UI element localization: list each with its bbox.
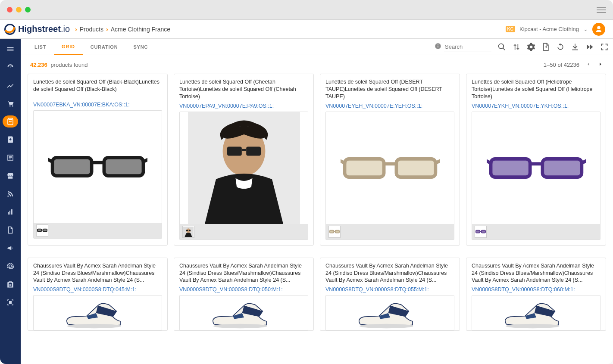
product-image[interactable] [34,296,162,330]
menu-icon[interactable] [597,7,606,13]
prev-page-button[interactable] [585,61,591,68]
thumbnail-strip [180,224,308,240]
thumbnail-strip [472,224,600,240]
sidebar-item-dashboard[interactable] [4,61,16,73]
breadcrumb: › Products › Acme Clothing France [75,26,170,33]
product-card[interactable]: Chaussures Vault By Acmex Sarah Andelman… [28,258,168,331]
svg-rect-5 [104,158,143,176]
product-image-frame [33,110,162,239]
minimize-window-button[interactable] [16,7,22,12]
pager: 1–50 of 42236 [544,61,604,68]
thumbnail[interactable] [36,224,48,236]
product-card[interactable]: Lunettes de soleil Squared Off (Black-Bl… [28,74,168,246]
tab-bar: LIST GRID CURATION SYNC [21,39,613,55]
tab-curation[interactable]: CURATION [83,39,126,55]
svg-rect-2 [438,46,438,48]
refresh-icon[interactable] [556,43,565,51]
avatar[interactable] [592,23,605,36]
product-image[interactable] [180,112,308,224]
product-card[interactable]: Lunettes de soleil Squared Off (Heliotro… [466,74,606,246]
search-icon[interactable] [497,43,506,51]
download-icon[interactable] [571,43,579,51]
product-card[interactable]: Chaussures Vault By Acmex Sarah Andelman… [466,258,606,331]
product-image-frame [325,295,454,330]
app-window: Highstreet.io › Products › Acme Clothing… [0,0,613,364]
product-image[interactable] [472,296,600,330]
sidebar-item-cart[interactable] [4,97,16,109]
product-sku: VN0000S8DTQ_VN:0000S8:DTQ:055:M:1: [325,286,454,292]
org-name[interactable]: Kipcast - Acme Clothing [519,26,579,32]
thumbnail[interactable] [182,226,194,238]
product-title: Chaussures Vault By Acmex Sarah Andelman… [179,262,308,284]
sidebar-item-analytics[interactable] [4,79,16,91]
info-icon[interactable] [435,43,441,51]
product-sku: VN00007EYEH_VN:00007E:YEH:OS::1: [325,103,454,109]
product-image[interactable] [326,296,454,330]
product-card[interactable]: Chaussures Vault By Acmex Sarah Andelman… [174,258,314,331]
svg-point-34 [505,324,559,328]
next-page-button[interactable] [597,61,604,68]
logo[interactable]: Highstreet.io [4,24,70,35]
maximize-window-button[interactable] [25,7,31,12]
search-input[interactable] [444,42,491,52]
svg-rect-9 [41,230,43,230]
product-image-frame [179,295,308,330]
product-title: Lunettes de soleil Squared Off (Cheetah … [179,78,308,100]
product-image[interactable] [34,111,162,223]
svg-rect-4 [52,158,91,176]
sidebar-item-store[interactable] [4,170,16,182]
chevron-down-icon[interactable]: ⌄ [583,26,588,32]
sidebar-item-scan[interactable] [4,296,16,308]
thumbnail[interactable] [328,226,341,238]
breadcrumb-current: Acme Clothing France [111,26,171,33]
sidebar-item-feed[interactable] [4,188,16,200]
fullscreen-icon[interactable] [600,43,609,51]
product-sku: VN0000S8DTQ_VN:0000S8:DTQ:045:M:1: [33,286,162,292]
product-title: Lunettes de soleil Squared Off (Heliotro… [472,78,600,100]
product-image[interactable] [472,112,600,224]
svg-rect-3 [438,44,438,45]
svg-rect-19 [344,159,384,177]
product-card[interactable]: Chaussures Vault By Acmex Sarah Andelman… [320,258,460,331]
product-image[interactable] [180,296,308,330]
fast-forward-icon[interactable] [585,43,594,51]
product-image-frame [179,112,308,240]
tab-sync[interactable]: SYNC [125,39,156,55]
sidebar-item-clipboard[interactable] [4,278,16,290]
results-header: 42.236 products found 1–50 of 42236 [21,55,613,72]
sidebar-toggle-icon[interactable] [4,43,16,55]
sidebar-item-articles[interactable] [4,152,16,164]
product-title: Lunettes de soleil Squared Off (Black-Bl… [33,78,162,99]
sidebar-item-products[interactable] [3,115,18,128]
thumbnail[interactable] [475,226,487,238]
svg-rect-21 [384,162,396,165]
tab-list[interactable]: LIST [27,39,54,55]
svg-rect-26 [542,159,582,177]
product-sku: VN00007EPA9_VN:00007E:PA9:OS::1: [179,103,308,109]
sort-icon[interactable] [512,43,521,51]
svg-point-32 [213,324,267,328]
sidebar-item-campaigns[interactable] [4,242,16,254]
product-image[interactable] [326,112,454,224]
product-card[interactable]: Lunettes de soleil Squared Off (Cheetah … [174,74,314,246]
svg-rect-25 [491,159,530,177]
gear-icon[interactable] [527,43,535,51]
sidebar-item-settings[interactable] [4,260,16,272]
product-grid[interactable]: Lunettes de soleil Squared Off (Black-Bl… [21,72,613,364]
product-title: Chaussures Vault By Acmex Sarah Andelman… [325,262,454,284]
svg-point-33 [359,324,413,328]
note-add-icon[interactable] [541,43,550,51]
product-title: Chaussures Vault By Acmex Sarah Andelman… [472,262,600,284]
window-chrome [0,0,613,20]
sidebar-item-files[interactable] [4,224,16,236]
sidebar-item-returns[interactable] [4,134,16,146]
close-window-button[interactable] [7,7,13,12]
product-sku: VN00007EYKH_VN:00007E:YKH:OS::1: [472,103,600,109]
breadcrumb-products[interactable]: Products [80,26,103,33]
svg-rect-24 [334,231,335,232]
tab-grid[interactable]: GRID [54,39,83,55]
results-count: 42.236 [30,62,47,68]
thumbnail-strip [326,224,454,240]
product-card[interactable]: Lunettes de soleil Squared Off (DESERT T… [320,74,460,246]
sidebar-item-reports[interactable] [4,206,16,218]
